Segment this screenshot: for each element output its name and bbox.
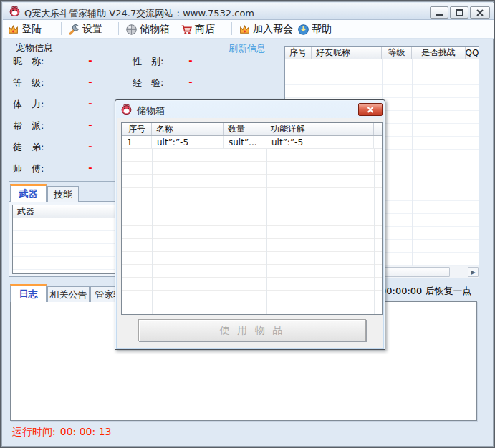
- use-item-button-label: 使 用 物 品: [220, 324, 284, 337]
- storage-cell-filler: [374, 136, 382, 148]
- tab-log-label: 日志: [19, 288, 38, 301]
- tab-weapon[interactable]: 武器: [10, 184, 47, 202]
- toolbar-button-label: 储物箱: [140, 23, 170, 36]
- title-bar[interactable]: Q宠大乐斗管家辅助 V24.7交流网站：www.7532.com: [3, 3, 494, 20]
- crown-icon: [7, 24, 19, 36]
- tab-skill-label: 技能: [54, 188, 72, 201]
- storage-col-qty[interactable]: 数量: [224, 123, 266, 135]
- friends-col-qq[interactable]: QQ: [466, 47, 479, 59]
- login-button[interactable]: 登陆: [7, 21, 42, 37]
- field-value-nickname: -: [80, 55, 100, 66]
- storage-cell-desc: ult”:”-5: [266, 136, 374, 148]
- friends-col-level[interactable]: 等级: [382, 47, 412, 59]
- field-value-stamina: -: [80, 98, 100, 109]
- crown-icon: [239, 24, 251, 36]
- shop-button[interactable]: 商店: [181, 21, 215, 37]
- friends-col-nickname[interactable]: 好友昵称: [312, 47, 382, 59]
- close-icon: [476, 9, 484, 16]
- tab-log[interactable]: 日志: [10, 284, 47, 302]
- field-value-master: -: [80, 162, 100, 173]
- runtime-value: 00: 00: 13: [60, 426, 112, 439]
- tab-announcements[interactable]: 相关公告: [47, 286, 90, 302]
- status-bar: 运行时间: 00: 00: 13: [12, 426, 112, 439]
- toolbar-button-label: 设置: [82, 23, 102, 36]
- window-title: Q宠大乐斗管家辅助 V24.7交流网站：www.7532.com: [24, 7, 254, 20]
- field-label-stamina: 体 力:: [13, 98, 44, 111]
- maximize-icon: [456, 9, 463, 16]
- field-value-exp: -: [181, 77, 201, 87]
- stamina-recover-note: 00:00:00 后恢复一点: [380, 285, 472, 298]
- tab-announcements-label: 相关公告: [50, 288, 87, 301]
- settings-button[interactable]: 设置: [68, 21, 102, 37]
- close-icon: [367, 107, 374, 113]
- field-label-master: 师 傅:: [13, 162, 44, 175]
- storage-icon: [125, 24, 138, 36]
- join-guild-button[interactable]: 加入帮会: [239, 21, 293, 37]
- minimize-icon: [436, 14, 443, 16]
- toolbar-button-label: 帮助: [312, 23, 332, 36]
- field-value-gang: -: [80, 120, 100, 130]
- scroll-right-button[interactable]: ▶: [468, 267, 479, 277]
- pet-icon: [120, 103, 133, 115]
- dialog-close-button[interactable]: [358, 103, 383, 116]
- storage-cell-qty: sult”...: [224, 136, 266, 148]
- toolbar-button-label: 登陆: [21, 23, 42, 36]
- wrench-icon: [68, 24, 80, 36]
- storage-col-desc[interactable]: 功能详解: [266, 123, 374, 135]
- toolbar-button-label: 商店: [195, 23, 215, 36]
- friends-table-header: 序号 好友昵称 等级 是否挑战 QQ: [285, 47, 479, 59]
- runtime-label: 运行时间:: [12, 426, 56, 439]
- toolbar-separator: [61, 22, 62, 35]
- storage-table-body[interactable]: [122, 149, 382, 314]
- field-label-apprentice: 徒 弟:: [13, 141, 44, 154]
- pet-info-group-title: 宠物信息: [13, 42, 56, 54]
- pet-icon: [9, 5, 21, 17]
- toolbar-separator: [231, 22, 232, 35]
- cart-icon: [181, 24, 193, 36]
- field-label-gender: 性 别:: [133, 55, 163, 68]
- field-label-level: 等 级:: [13, 77, 44, 89]
- maximize-button[interactable]: [450, 6, 468, 19]
- field-value-apprentice: -: [80, 141, 100, 152]
- close-button[interactable]: [470, 6, 490, 19]
- field-label-nickname: 昵 称:: [13, 55, 44, 68]
- storage-cell-index: 1: [122, 136, 152, 148]
- help-icon: [297, 24, 309, 36]
- storage-table: 序号 名称 数量 功能详解 1 ult”:”-5 sult”... ult”:”…: [121, 122, 383, 315]
- refresh-info-link[interactable]: 刷新信息: [226, 42, 268, 55]
- storage-col-index[interactable]: 序号: [122, 123, 152, 135]
- storage-table-row[interactable]: 1 ult”:”-5 sult”... ult”:”-5: [122, 136, 382, 149]
- dialog-title: 储物箱: [137, 104, 165, 117]
- app-window: Q宠大乐斗管家辅助 V24.7交流网站：www.7532.com 登陆 设置 储…: [0, 0, 495, 448]
- storage-button[interactable]: 储物箱: [125, 21, 170, 37]
- field-value-gender: -: [181, 55, 201, 66]
- minimize-button[interactable]: [430, 6, 448, 19]
- storage-cell-name: ult”:”-5: [152, 136, 224, 148]
- use-item-button[interactable]: 使 用 物 品: [138, 319, 366, 341]
- friends-col-challenge[interactable]: 是否挑战: [412, 47, 466, 59]
- friends-col-index[interactable]: 序号: [285, 47, 312, 59]
- storage-col-filler: [374, 123, 382, 135]
- field-value-level: -: [80, 77, 100, 87]
- storage-col-name[interactable]: 名称: [152, 123, 224, 135]
- scroll-right-icon: ▶: [471, 269, 475, 276]
- field-label-gang: 帮 派:: [13, 120, 44, 132]
- field-label-exp: 经 验:: [133, 77, 163, 89]
- storage-dialog: 储物箱 序号 名称 数量 功能详解 1 ult”:”-5 sult”... ul…: [115, 99, 385, 350]
- toolbar-separator: [118, 22, 119, 35]
- tab-skill[interactable]: 技能: [47, 186, 79, 202]
- storage-table-header: 序号 名称 数量 功能详解: [122, 123, 382, 136]
- tab-weapon-label: 武器: [19, 188, 38, 200]
- help-button[interactable]: 帮助: [297, 21, 332, 37]
- toolbar-button-label: 加入帮会: [253, 23, 293, 36]
